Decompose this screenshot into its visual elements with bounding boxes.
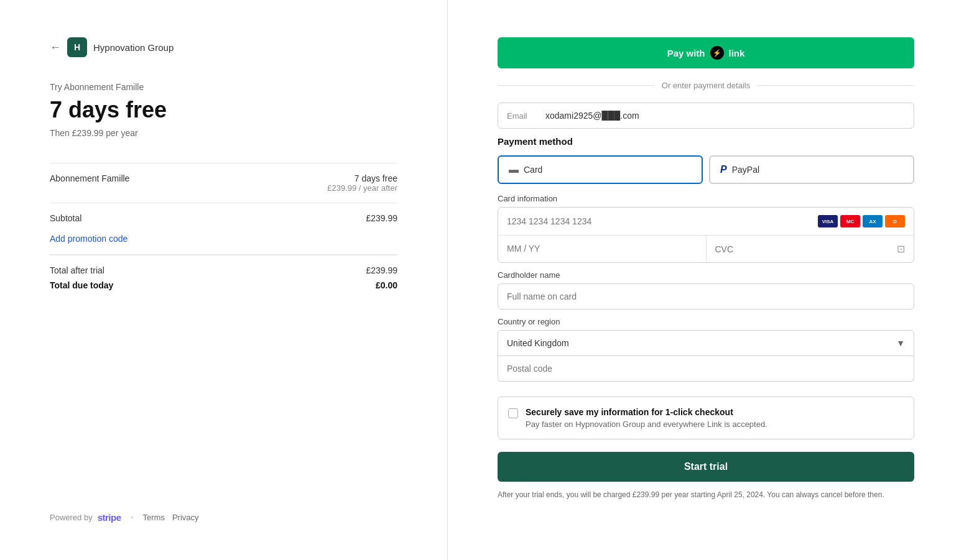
email-field-container: Email	[498, 103, 914, 129]
total-due-amount: £0.00	[376, 280, 397, 290]
divider-line-left	[498, 85, 654, 86]
visa-icon: VISA	[818, 215, 838, 227]
start-trial-button[interactable]: Start trial	[498, 452, 914, 482]
right-panel: Pay with ⚡ link Or enter payment details…	[448, 0, 964, 560]
brand-name: Hypnovation Group	[93, 42, 174, 53]
card-number-input[interactable]	[507, 216, 818, 226]
divider-line-right	[758, 85, 914, 86]
footer-branding: Powered by stripe	[50, 512, 121, 523]
card-expiry-row	[498, 236, 707, 262]
pay-with-text: Pay with	[667, 48, 705, 58]
left-panel: ← H Hypnovation Group Try Abonnement Fam…	[0, 0, 448, 560]
trial-label: Try Abonnement Famille	[50, 82, 397, 92]
paypal-icon: P	[720, 164, 727, 175]
save-info-sub: Pay faster on Hypnovation Group and ever…	[526, 420, 767, 429]
card-tab-icon: ▬	[509, 164, 519, 175]
email-input[interactable]	[545, 111, 905, 121]
stripe-logo: stripe	[98, 512, 121, 523]
card-number-row: VISA MC AX D	[498, 208, 914, 236]
card-brand-icons: VISA MC AX D	[818, 215, 905, 227]
link-text: link	[729, 48, 745, 58]
cardholder-label: Cardholder name	[498, 270, 914, 280]
brand-logo: H	[67, 37, 87, 57]
total-after-trial-label: Total after trial	[50, 265, 104, 275]
save-info-label: Securely save my information for 1-click…	[526, 407, 767, 417]
paypal-tab[interactable]: P PayPal	[709, 155, 914, 184]
discover-icon: D	[885, 215, 905, 227]
subtotal-row: Subtotal £239.99	[50, 203, 397, 233]
footer: Powered by stripe Terms Privacy	[50, 487, 397, 523]
postal-code-input[interactable]	[498, 356, 914, 382]
footer-dot	[131, 516, 133, 518]
order-item-name: Abonnement Famille	[50, 173, 129, 183]
terms-link[interactable]: Terms	[143, 513, 165, 522]
save-info-checkbox[interactable]	[508, 408, 518, 418]
trial-note: After your trial ends, you will be charg…	[498, 489, 914, 500]
add-promo-link[interactable]: Add promotion code	[50, 234, 127, 244]
divider-row: Or enter payment details	[498, 81, 914, 90]
order-item-price: 7 days free £239.99 / year after	[327, 173, 397, 193]
back-arrow-icon: ←	[50, 41, 61, 54]
pay-with-link-button[interactable]: Pay with ⚡ link	[498, 37, 914, 68]
total-after-trial-amount: £239.99	[366, 265, 397, 275]
mastercard-icon: MC	[840, 215, 860, 227]
trial-subtitle: Then £239.99 per year	[50, 128, 397, 138]
country-label: Country or region	[498, 317, 914, 326]
trial-title: 7 days free	[50, 97, 397, 123]
save-info-box: Securely save my information for 1-click…	[498, 397, 914, 439]
country-select[interactable]: United Kingdom	[507, 338, 896, 348]
subtotal-label: Subtotal	[50, 213, 81, 223]
card-cvc-input[interactable]	[715, 244, 897, 254]
divider-text: Or enter payment details	[662, 81, 750, 90]
paypal-tab-label: PayPal	[732, 165, 759, 175]
subtotal-amount: £239.99	[366, 213, 397, 223]
chevron-down-icon: ▼	[896, 338, 905, 348]
total-due-row: Total due today £0.00	[50, 280, 397, 290]
email-label: Email	[507, 111, 538, 121]
footer-links: Terms Privacy	[143, 513, 199, 522]
cvc-card-icon: ⊡	[897, 243, 905, 255]
back-nav[interactable]: ← H Hypnovation Group	[50, 37, 397, 57]
total-after-trial-row: Total after trial £239.99	[50, 265, 397, 275]
payment-methods: ▬ Card P PayPal	[498, 155, 914, 184]
powered-by-text: Powered by	[50, 513, 93, 522]
card-cvc-row: ⊡	[707, 236, 914, 262]
card-tab[interactable]: ▬ Card	[498, 155, 703, 184]
card-info-label: Card information	[498, 194, 914, 203]
payment-method-title: Payment method	[498, 136, 914, 147]
privacy-link[interactable]: Privacy	[172, 513, 199, 522]
cardholder-input[interactable]	[498, 283, 914, 310]
order-price-sub: £239.99 / year after	[327, 183, 397, 193]
total-due-label: Total due today	[50, 280, 113, 290]
card-bottom-row: ⊡	[498, 236, 914, 262]
order-price-main: 7 days free	[327, 173, 397, 183]
link-bolt-icon: ⚡	[710, 46, 724, 60]
save-info-text: Securely save my information for 1-click…	[526, 407, 767, 429]
order-item: Abonnement Famille 7 days free £239.99 /…	[50, 163, 397, 203]
card-expiry-input[interactable]	[507, 244, 697, 254]
country-select-row: United Kingdom ▼	[498, 330, 914, 356]
card-tab-label: Card	[524, 165, 542, 175]
amex-icon: AX	[863, 215, 883, 227]
totals-section: Total after trial £239.99 Total due toda…	[50, 255, 397, 305]
card-info-box: VISA MC AX D ⊡	[498, 207, 914, 263]
